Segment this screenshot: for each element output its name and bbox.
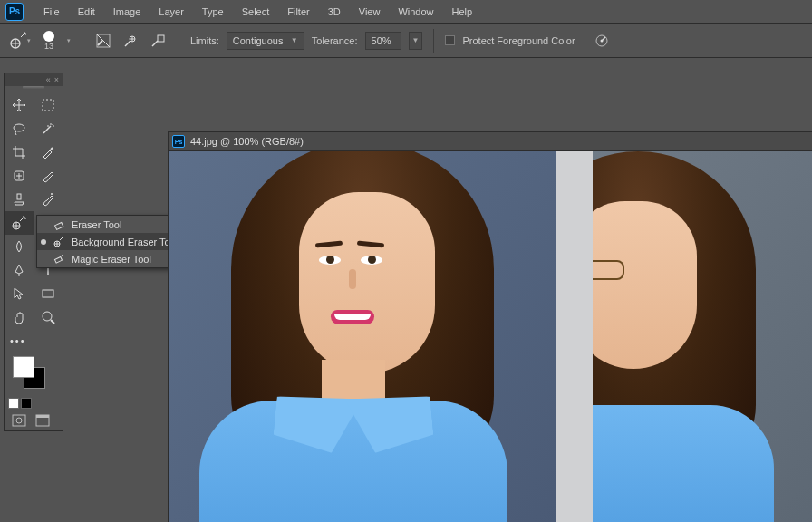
chevron-down-icon: ▼ [291, 36, 298, 44]
lasso-tool[interactable] [5, 117, 34, 140]
menu-image[interactable]: Image [104, 6, 150, 17]
brush-tool[interactable] [34, 164, 63, 188]
foreground-color-swatch[interactable] [13, 356, 34, 378]
menu-select[interactable]: Select [233, 6, 279, 17]
menu-help[interactable]: Help [443, 6, 482, 17]
tolerance-stepper[interactable]: ▼ [409, 32, 423, 50]
svg-point-27 [16, 418, 22, 423]
current-tool-icon[interactable]: ▾ [9, 30, 31, 52]
pressure-icon[interactable] [592, 31, 612, 51]
menu-view[interactable]: View [350, 6, 390, 17]
doc-icon: Ps [172, 135, 185, 148]
crop-tool[interactable] [5, 140, 34, 164]
protect-foreground-checkbox[interactable] [445, 35, 455, 45]
eraser-tool[interactable] [5, 211, 34, 235]
eyedropper-tool[interactable] [34, 140, 63, 164]
svg-point-10 [600, 39, 603, 42]
document-title: 44.jpg @ 100% (RGB/8#) [190, 136, 304, 147]
tolerance-value: 50% [372, 35, 392, 46]
svg-point-24 [43, 312, 52, 321]
menu-bar: Ps File Edit Image Layer Type Select Fil… [0, 0, 812, 24]
panel-grip[interactable] [23, 86, 44, 89]
chevron-down-icon: ▼ [412, 36, 420, 44]
svg-rect-8 [158, 35, 164, 42]
quickmask-icon[interactable] [12, 414, 26, 427]
svg-rect-11 [43, 100, 53, 111]
brush-preset-picker[interactable]: 13 [44, 31, 54, 51]
sampling-once-icon[interactable] [121, 31, 140, 51]
menu-window[interactable]: Window [389, 6, 442, 17]
tolerance-label: Tolerance: [312, 35, 358, 46]
move-tool[interactable] [5, 93, 34, 117]
flyout-label: Eraser Tool [72, 219, 179, 230]
brush-dot-icon [44, 31, 54, 42]
marquee-tool[interactable] [34, 93, 63, 117]
options-bar: ▾ 13 ▾ Limits: Contiguous ▼ Tolerance: 5… [0, 24, 812, 58]
svg-rect-29 [36, 415, 49, 418]
path-selection-tool[interactable] [5, 282, 34, 305]
sampling-continuous-icon[interactable] [93, 31, 113, 51]
svg-line-25 [51, 320, 54, 324]
menu-filter[interactable]: Filter [278, 6, 318, 17]
svg-point-12 [14, 124, 24, 131]
image-left [169, 151, 556, 522]
app-logo[interactable]: Ps [5, 3, 24, 21]
svg-rect-30 [55, 222, 63, 229]
image-separator [556, 151, 593, 522]
limits-dropdown[interactable]: Contiguous ▼ [227, 32, 304, 50]
blur-tool[interactable] [5, 235, 34, 258]
zoom-tool[interactable] [34, 305, 63, 329]
divider [179, 29, 179, 53]
limits-value: Contiguous [233, 35, 284, 46]
panel-header: « × [5, 73, 63, 86]
default-colors-icon[interactable] [8, 398, 19, 409]
menu-type[interactable]: Type [193, 6, 233, 17]
screenmode-icon[interactable] [35, 414, 50, 427]
menu-file[interactable]: File [34, 6, 69, 17]
collapse-icon[interactable]: « [46, 75, 51, 84]
selected-dot-icon [41, 239, 46, 245]
flyout-label: Background Eraser Tool [72, 237, 179, 247]
document-canvas[interactable] [168, 151, 812, 522]
magic-eraser-icon [52, 252, 66, 266]
hand-tool[interactable] [5, 305, 34, 329]
svg-rect-26 [13, 415, 25, 426]
sampling-swatch-icon[interactable] [148, 31, 168, 51]
healing-tool[interactable] [5, 164, 34, 188]
color-swatches[interactable] [11, 356, 56, 392]
brush-size-label: 13 [44, 42, 53, 51]
history-brush-tool[interactable] [34, 188, 63, 211]
rectangle-tool[interactable] [34, 282, 63, 305]
menu-edit[interactable]: Edit [69, 6, 104, 17]
divider [433, 29, 434, 53]
background-eraser-icon [52, 235, 66, 249]
eraser-icon [52, 218, 66, 232]
magic-wand-tool[interactable] [34, 117, 63, 140]
svg-rect-23 [43, 290, 53, 297]
limits-label: Limits: [190, 35, 219, 46]
canvas-area: Ps 44.jpg @ 100% (RGB/8#) [168, 131, 812, 522]
document-window: Ps 44.jpg @ 100% (RGB/8#) [168, 131, 812, 522]
divider [82, 29, 82, 53]
menu-layer[interactable]: Layer [150, 6, 193, 17]
svg-rect-34 [54, 256, 62, 263]
tolerance-field[interactable]: 50% [365, 32, 401, 50]
pen-tool[interactable] [5, 258, 34, 282]
more-tools[interactable]: ••• [5, 329, 63, 353]
document-titlebar[interactable]: Ps 44.jpg @ 100% (RGB/8#) [168, 131, 812, 151]
protect-foreground-label: Protect Foreground Color [462, 35, 575, 46]
swap-colors-icon[interactable] [21, 398, 32, 409]
menu-3d[interactable]: 3D [319, 6, 350, 17]
svg-rect-14 [17, 194, 21, 199]
flyout-label: Magic Eraser Tool [72, 254, 179, 265]
close-icon[interactable]: × [54, 75, 59, 84]
image-right [593, 151, 812, 522]
stamp-tool[interactable] [5, 188, 34, 211]
